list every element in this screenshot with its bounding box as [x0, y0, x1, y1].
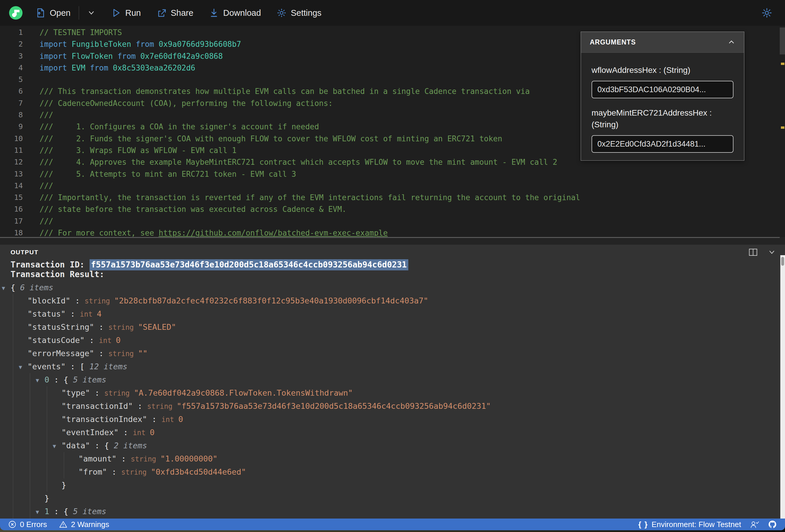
editor-scrollbar[interactable] [780, 26, 785, 237]
json-token-idx: 1 [45, 507, 49, 516]
arguments-title: ARGUMENTS [590, 38, 636, 46]
code-token: /// For more context, see [40, 229, 159, 237]
open-dropdown-button[interactable] [86, 8, 97, 18]
arguments-header[interactable]: ARGUMENTS [581, 32, 744, 53]
collapse-toggle-icon[interactable]: ▼ [36, 505, 45, 518]
argument-label: wflowAddressHex : (String) [591, 65, 733, 76]
code-token: from [136, 40, 159, 49]
json-token-str: "f557a1573b76aa53e73d46f3e10d200d5c18a65… [177, 402, 491, 410]
code-line: 15/// Importantly, the transaction is re… [0, 192, 785, 203]
open-file-icon [35, 8, 46, 18]
json-tree-line: "from" : string "0xfd3b4cd50d44e6ed" [0, 465, 785, 478]
settings-label: Settings [291, 8, 322, 18]
json-token-num: 0 [178, 415, 183, 424]
github-icon[interactable] [768, 520, 777, 529]
environment-status[interactable]: { } Environment: Flow Testnet [638, 520, 741, 529]
code-text: /// [40, 180, 53, 192]
arguments-collapse-button[interactable] [727, 38, 736, 47]
json-token-str: "1.00000000" [160, 454, 218, 463]
json-token-type: string [131, 455, 160, 463]
code-text: /// [40, 216, 53, 227]
code-token: /// 4. Approves the example MaybeMintERC… [40, 158, 557, 167]
code-text: import FungibleToken from 0x9a0766d93b66… [40, 38, 241, 50]
share-button[interactable]: Share [156, 8, 193, 18]
open-button[interactable]: Open [35, 8, 71, 18]
warnings-label: 2 Warnings [71, 520, 109, 529]
output-scrollbar[interactable] [780, 255, 785, 518]
json-token-punc: : { [49, 375, 73, 384]
json-token-punc: : [84, 336, 99, 345]
run-button[interactable]: Run [111, 8, 141, 18]
errors-status[interactable]: 0 Errors [8, 520, 47, 529]
run-play-icon [111, 8, 121, 18]
toolbar: Open Run Share [0, 0, 785, 26]
code-token: /// 5. Attempts to mint an ERC721 token … [40, 170, 296, 178]
json-token-key: "eventIndex" [61, 428, 119, 437]
json-tree-line: ▼0 : { 5 items [0, 373, 785, 386]
download-icon [209, 8, 219, 18]
json-tree-line: ▼{ 6 items [0, 281, 785, 294]
code-token: import [40, 40, 72, 49]
collapse-toggle-icon[interactable]: ▼ [2, 281, 10, 295]
settings-button[interactable]: Settings [276, 8, 322, 18]
json-tree-line: ▼"data" : { 2 items [0, 439, 785, 452]
collapse-output-chevron-icon[interactable] [767, 249, 776, 256]
line-number: 17 [0, 216, 23, 227]
download-button[interactable]: Download [209, 8, 261, 18]
split-view-icon[interactable] [749, 249, 758, 256]
feedback-person-icon[interactable] [750, 520, 759, 529]
editor-output-sash[interactable] [0, 237, 785, 245]
editor-scrollbar-thumb[interactable] [780, 27, 785, 54]
json-token-type: string [104, 389, 134, 397]
json-token-str: "A.7e60df042a9c0868.FlowToken.TokensWith… [134, 388, 353, 397]
code-token: 0x8c5303eaa26202d6 [113, 64, 195, 72]
json-token-punc: : [107, 467, 122, 476]
transaction-id-value: f557a1573b76aa53e73d46f3e10d200d5c18a653… [90, 259, 408, 270]
code-link[interactable]: https://github.com/onflow/batched-evm-ex… [159, 229, 388, 237]
line-number: 9 [0, 121, 23, 132]
code-line: 18/// For more context, see https://gith… [0, 227, 785, 237]
collapse-toggle-icon[interactable]: ▼ [53, 439, 61, 453]
json-tree-line: ▼"events" : [ 12 items [0, 360, 785, 373]
json-token-key: "errorMessage" [27, 349, 94, 358]
json-token-key: "status" [27, 309, 66, 319]
json-token-punc: : [94, 349, 108, 358]
code-token: /// This transaction demonstrates how mu… [40, 87, 530, 96]
json-token-punc: : [133, 402, 147, 410]
json-token-str: "2b28cbfb87da2cfec4f0232c6f883f0f12c95b3… [114, 296, 428, 305]
output-scrollbar-thumb[interactable] [781, 257, 784, 266]
json-token-items: 12 items [89, 362, 127, 371]
flow-logo-icon [9, 6, 23, 20]
collapse-toggle-icon[interactable]: ▼ [36, 374, 45, 387]
share-icon [156, 8, 167, 18]
run-label: Run [125, 8, 141, 18]
json-tree-line: "eventIndex" : int 0 [0, 426, 785, 439]
argument-input-maybemint[interactable] [591, 135, 733, 153]
json-token-str: "0xfd3b4cd50d44e6ed" [151, 467, 246, 476]
horizontal-scrollbar-thumb[interactable] [0, 237, 780, 238]
json-tree-line: } [0, 478, 785, 491]
code-text: /// 4. Approves the example MaybeMintERC… [40, 156, 557, 168]
json-tree-line: "errorMessage" : string "" [0, 347, 785, 360]
output-panel: OUTPUT Transaction ID: f557a1573b76aa53e… [0, 245, 785, 518]
collapse-toggle-icon[interactable]: ▼ [19, 360, 27, 374]
indent-guide [47, 386, 47, 491]
line-number: 7 [0, 97, 23, 109]
json-token-punc: : [119, 428, 133, 437]
code-token: /// 1. Configures a COA in the signer's … [40, 122, 319, 131]
code-text: /// [40, 109, 53, 121]
json-tree-line: "transactionIndex" : int 0 [0, 413, 785, 426]
warning-marker [781, 126, 784, 129]
warnings-status[interactable]: 2 Warnings [59, 520, 109, 529]
code-text: /// state before the transaction was exe… [40, 203, 347, 215]
indent-guide [13, 294, 13, 518]
transaction-result-label: Transaction Result: [0, 270, 785, 279]
json-token-type: int [80, 310, 97, 319]
output-body: Transaction ID: f557a1573b76aa53e73d46f3… [0, 260, 785, 518]
argument-input-wflow[interactable] [591, 81, 733, 98]
line-number: 13 [0, 168, 23, 180]
json-tree-line: "type" : string "A.7e60df042a9c0868.Flow… [0, 386, 785, 400]
theme-toggle-button[interactable] [762, 8, 772, 18]
json-token-punc: : { [49, 507, 73, 516]
status-bar: 0 Errors 2 Warnings { } Environment: Flo… [0, 518, 785, 530]
